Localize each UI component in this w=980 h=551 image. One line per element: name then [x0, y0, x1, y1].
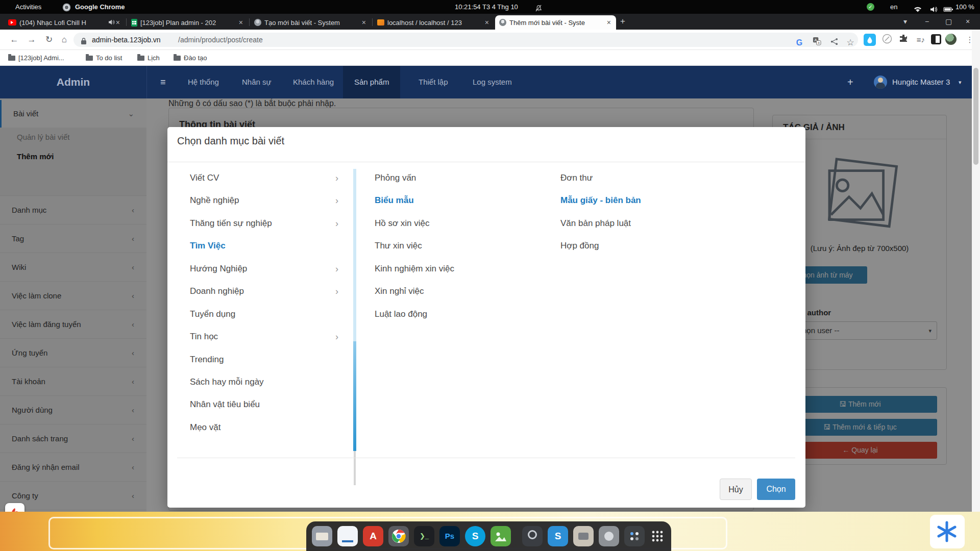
bookmark-star-icon[interactable]: ☆ — [844, 37, 856, 49]
modal-title: Chọn danh mục bài viết — [177, 135, 284, 147]
category-bieu-mau[interactable]: Biểu mẫu — [375, 189, 528, 212]
user-caret-icon[interactable]: ▾ — [959, 66, 962, 98]
dock-writer-icon[interactable] — [337, 526, 358, 546]
address-bar[interactable]: admin-beta.123job.vn /admin/product/post… — [74, 33, 858, 47]
dock-camera-icon[interactable] — [522, 526, 543, 546]
category-tin-hoc[interactable]: Tin học› — [190, 325, 343, 348]
window-minimize-icon[interactable]: − — [925, 16, 929, 27]
category-thu-xin-viec[interactable]: Thư xin việc — [375, 235, 528, 257]
tab-search-icon[interactable]: ▾ — [903, 16, 907, 27]
window-maximize-icon[interactable]: ▢ — [945, 16, 952, 27]
category-thang-tien[interactable]: Thăng tiến sự nghiệp› — [190, 212, 343, 235]
activities-button[interactable]: Activities — [15, 0, 41, 14]
scrollbar-thumb[interactable] — [353, 341, 356, 451]
category-xin-nghi-viec[interactable]: Xin nghỉ việc — [375, 280, 528, 303]
tab-close-icon[interactable]: × — [238, 18, 244, 27]
tab-sheets[interactable]: [123job] Plan admin - 202 × — [127, 15, 248, 30]
focused-app-name[interactable]: Google Chrome — [75, 0, 125, 14]
nav-item-khach-hang[interactable]: Khách hàng — [282, 66, 345, 98]
category-doanh-nghiep[interactable]: Doanh nghiệp› — [190, 280, 343, 303]
admin-navbar: Admin ≡ Hệ thống Nhân sự Khách hàng Sản … — [0, 66, 972, 98]
tab-close-icon[interactable]: × — [115, 18, 121, 27]
dock-files-icon[interactable] — [312, 526, 332, 546]
extensions-puzzle-icon[interactable] — [897, 34, 910, 46]
confirm-button[interactable]: Chọn — [757, 479, 795, 500]
profile-avatar[interactable] — [945, 34, 957, 45]
dock-image-viewer-icon[interactable] — [491, 526, 511, 546]
brand-logo[interactable]: Admin — [0, 66, 147, 98]
dock-terminal-icon[interactable]: ❯_ — [414, 526, 434, 546]
google-g-icon[interactable]: G — [793, 37, 805, 49]
hamburger-menu-icon[interactable]: ≡ — [149, 66, 177, 98]
category-nghe-nghiep[interactable]: Nghề nghiệp› — [190, 189, 343, 212]
dock: A ❯_ Ps S S — [306, 521, 671, 551]
tab-close-icon[interactable]: × — [361, 18, 367, 27]
bookmark-folder-123job[interactable]: [123job] Admi... — [8, 50, 64, 66]
dock-app-gray2-icon[interactable] — [599, 526, 619, 546]
bookmark-folder-daotao[interactable]: Đào tạo — [174, 50, 207, 66]
playlist-icon[interactable]: ≡♪ — [915, 34, 927, 46]
category-viet-cv[interactable]: Viết CV› — [190, 167, 343, 189]
share-icon[interactable] — [828, 37, 840, 49]
nav-item-he-thong[interactable]: Hệ thống — [177, 66, 230, 98]
category-nhan-vat[interactable]: Nhân vật tiêu biểu — [190, 393, 343, 416]
new-tab-button[interactable]: + — [620, 16, 625, 27]
folder-icon — [137, 56, 144, 61]
tab-create-post[interactable]: Tạo mới bài viết - System × — [250, 15, 371, 30]
translate-icon[interactable]: Aa — [811, 37, 823, 49]
extension-pen-icon[interactable] — [881, 34, 893, 46]
tab-new-post-active[interactable]: Thêm mới bài viết - Syste × — [495, 15, 616, 30]
dock-skype-icon[interactable]: S — [465, 526, 485, 546]
page-scrollbar[interactable] — [972, 30, 980, 512]
bookmarks-bar: [123job] Admi... To do list Lịch Đào tạo — [0, 50, 980, 66]
tab-youtube[interactable]: (104) Nhạc Lofi Chill H × — [4, 15, 125, 30]
bookmark-folder-lich[interactable]: Lịch — [137, 50, 160, 66]
window-close-icon[interactable]: × — [966, 16, 970, 27]
keyboard-layout[interactable]: en — [890, 0, 897, 14]
nav-item-log-system[interactable]: Log system — [461, 66, 523, 98]
category-luat-lao-dong[interactable]: Luật lao động — [375, 303, 528, 325]
tab-close-icon[interactable]: × — [606, 18, 612, 27]
category-meo-vat[interactable]: Mẹo vặt — [190, 416, 343, 439]
category-phong-van[interactable]: Phỏng vấn — [375, 167, 528, 189]
tab-audio-icon[interactable] — [109, 19, 115, 27]
dock-chrome-icon[interactable] — [388, 526, 409, 546]
category-mau-giay[interactable]: Mẫu giấy - biên bản — [560, 189, 714, 212]
home-icon[interactable]: ⌂ — [57, 33, 71, 47]
tab-close-icon[interactable]: × — [484, 18, 490, 27]
category-tuyen-dung[interactable]: Tuyển dụng — [190, 303, 343, 325]
column-scrollbar[interactable] — [353, 169, 356, 485]
forward-icon[interactable]: → — [24, 33, 39, 47]
dock-skype-alt-icon[interactable]: S — [548, 526, 568, 546]
category-van-ban-phap-luat[interactable]: Văn bản pháp luật — [560, 212, 714, 235]
category-trending[interactable]: Trending — [190, 348, 343, 371]
quick-add-button[interactable]: + — [836, 66, 865, 98]
dock-app-dark-icon[interactable] — [624, 526, 645, 546]
bookmark-folder-todo[interactable]: To do list — [86, 50, 122, 66]
page-scrollbar-thumb[interactable] — [973, 68, 978, 165]
category-sach-hay[interactable]: Sách hay mỗi ngày — [190, 371, 343, 393]
user-menu[interactable]: Hungitc Master 3 — [881, 66, 954, 98]
dock-red-a-icon[interactable]: A — [363, 526, 383, 546]
lock-icon[interactable] — [81, 35, 90, 44]
extension-dark-icon[interactable] — [931, 34, 941, 44]
tab-localhost[interactable]: localhost / localhost / 123 × — [373, 15, 494, 30]
nav-item-san-pham[interactable]: Sản phẩm — [343, 66, 400, 98]
category-tim-viec[interactable]: Tìm Việc — [190, 235, 343, 257]
category-hop-dong[interactable]: Hợp đồng — [560, 235, 714, 257]
dock-app-gray-icon[interactable] — [573, 526, 594, 546]
category-kinh-nghiem[interactable]: Kinh nghiệm xin việc — [375, 258, 528, 280]
cancel-button[interactable]: Hủy — [720, 479, 752, 500]
category-don-thu[interactable]: Đơn thư — [560, 167, 714, 189]
battery-percent[interactable]: 100 % — [955, 0, 974, 14]
category-huong-nghiep[interactable]: Hướng Nghiệp› — [190, 258, 343, 280]
back-icon[interactable]: ← — [7, 33, 21, 47]
dock-show-apps-icon[interactable] — [647, 526, 668, 546]
dock-photoshop-icon[interactable]: Ps — [439, 526, 460, 546]
extension-drop-icon[interactable] — [864, 34, 876, 46]
nav-item-thiet-lap[interactable]: Thiết lập — [407, 66, 459, 98]
reload-icon[interactable]: ↻ — [42, 33, 56, 47]
category-ho-so-xin-viec[interactable]: Hồ sơ xin việc — [375, 212, 528, 235]
clock[interactable]: 10:21:54 T3 4 Thg 10 — [455, 0, 518, 14]
nav-item-nhan-su[interactable]: Nhân sự — [231, 66, 283, 98]
